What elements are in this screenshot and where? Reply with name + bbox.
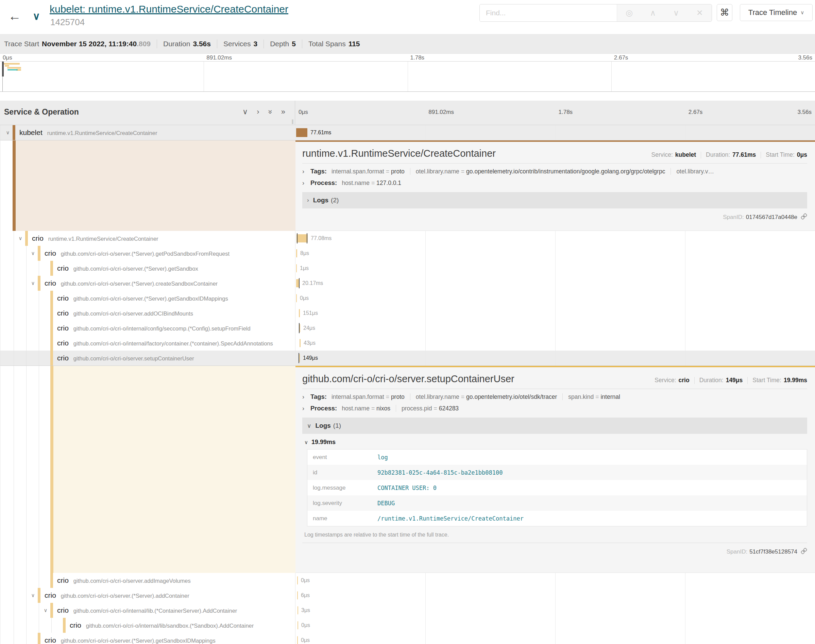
prev-match-icon[interactable]: ∧	[650, 9, 656, 17]
find-input[interactable]	[480, 5, 617, 21]
tag-item[interactable]: internal.span.format=proto	[331, 168, 404, 175]
span-row-timeline-cell[interactable]: 77.61ms	[296, 125, 815, 140]
span-row[interactable]: ∨criogithub.com/cri-o/cri-o/server.(*Ser…	[0, 276, 815, 291]
span-duration-bar	[297, 591, 298, 600]
keyboard-shortcuts-button[interactable]: ⌘	[717, 4, 732, 21]
row-collapse-chevron-icon[interactable]: ∨	[29, 276, 37, 291]
span-row[interactable]: criogithub.com/cri-o/cri-o/server.setupC…	[0, 351, 815, 365]
deep-link-icon[interactable]	[801, 548, 807, 556]
process-accordion[interactable]: ›Process:host.name=nixosprocess.pid=6242…	[302, 405, 807, 412]
log-marker-tick	[299, 353, 299, 363]
span-row[interactable]: ∨kubeletruntime.v1.RuntimeService/Create…	[0, 125, 815, 140]
span-row-timeline-cell[interactable]: 24μs	[296, 320, 815, 336]
span-row-timeline-cell[interactable]: 43μs	[296, 336, 815, 351]
tag-item[interactable]: host.name=nixos	[342, 405, 390, 412]
log-entry-header[interactable]: ∨19.99ms	[304, 439, 807, 446]
back-arrow-icon[interactable]: ←	[8, 9, 21, 23]
span-row-timeline-cell[interactable]: 20.17ms	[296, 276, 815, 291]
deep-link-icon[interactable]	[801, 213, 807, 221]
span-row-timeline-cell[interactable]: 1μs	[296, 261, 815, 276]
span-row[interactable]: criogithub.com/cri-o/cri-o/internal/fact…	[0, 336, 815, 351]
tag-separator	[410, 168, 411, 175]
row-collapse-chevron-icon[interactable]: ∨	[42, 603, 49, 618]
chevron-right-icon: ›	[307, 197, 309, 204]
minimap-tick-label: 2.67s	[614, 54, 628, 61]
span-row[interactable]: criogithub.com/cri-o/cri-o/server.(*Serv…	[0, 261, 815, 276]
tree-guide-line	[14, 603, 14, 618]
tag-item[interactable]: otel.library.v…	[676, 168, 714, 175]
summary-value: 19.99ms	[784, 377, 807, 384]
expand-one-icon[interactable]: ›	[257, 107, 259, 117]
span-row-timeline-cell[interactable]: 3μs	[296, 603, 815, 618]
span-row[interactable]: criogithub.com/cri-o/cri-o/internal/conf…	[0, 320, 815, 336]
clear-search-icon[interactable]: ✕	[696, 9, 703, 17]
span-row[interactable]: criogithub.com/cri-o/cri-o/server.(*Serv…	[0, 633, 815, 644]
span-row-label: criogithub.com/cri-o/cri-o/server.(*Serv…	[44, 276, 218, 291]
tree-guide-line	[51, 618, 52, 633]
span-row-timeline-cell[interactable]: 8μs	[296, 246, 815, 261]
span-row[interactable]: criogithub.com/cri-o/cri-o/server.(*Serv…	[0, 291, 815, 306]
span-row-timeline-cell[interactable]: 77.08ms	[296, 231, 815, 246]
span-detail-header: github.com/cri-o/cri-o/server.setupConta…	[302, 373, 807, 385]
span-row-timeline-cell[interactable]: 149μs	[296, 351, 815, 365]
span-row[interactable]: ∨crioruntime.v1.RuntimeService/CreateCon…	[0, 231, 815, 246]
row-collapse-chevron-icon[interactable]: ∨	[5, 125, 11, 140]
tag-item[interactable]: internal.span.format=proto	[331, 393, 404, 400]
log-field-value: 92b82381-025c-4a64-815c-ba2e1bb08100	[377, 469, 502, 476]
span-row[interactable]: criogithub.com/cri-o/cri-o/server.addOCI…	[0, 306, 815, 320]
locate-match-icon[interactable]: ◎	[626, 9, 633, 17]
trace-collapse-chevron-icon[interactable]: ∨	[33, 10, 40, 22]
tag-item[interactable]: otel.library.name=go.opentelemetry.io/co…	[416, 168, 665, 175]
row-collapse-chevron-icon[interactable]: ∨	[29, 246, 37, 261]
tree-controls: ∨›»»	[242, 107, 285, 117]
span-duration-bar	[299, 354, 300, 362]
span-row-timeline-cell[interactable]: 0μs	[296, 633, 815, 644]
span-id-value: 51cf7f38e5128574	[749, 549, 797, 555]
span-duration-label: 20.17ms	[302, 276, 323, 291]
span-color-bar	[50, 306, 53, 320]
span-detail-title: github.com/cri-o/cri-o/server.setupConta…	[302, 373, 515, 385]
collapse-one-icon[interactable]: ∨	[242, 107, 248, 117]
tag-item[interactable]: otel.library.name=go.opentelemetry.io/ot…	[416, 393, 557, 400]
logs-label: Logs	[315, 422, 331, 429]
ruler-tick-label: 1.78s	[559, 109, 573, 116]
trace-title-link[interactable]: kubelet: runtime.v1.RuntimeService/Creat…	[50, 3, 288, 15]
logs-accordion[interactable]: ∨Logs(1)	[302, 417, 807, 434]
collapse-all-icon[interactable]: »	[268, 107, 272, 117]
column-resize-grip[interactable]: ∥	[291, 119, 294, 124]
span-duration-bar	[297, 621, 298, 629]
span-row[interactable]: ∨criogithub.com/cri-o/cri-o/server.(*Ser…	[0, 246, 815, 261]
span-duration-label: 149μs	[303, 351, 318, 365]
row-collapse-chevron-icon[interactable]: ∨	[29, 588, 37, 603]
tag-equals: =	[461, 168, 464, 175]
tag-item[interactable]: process.pid=624283	[401, 405, 459, 412]
expand-all-icon[interactable]: »	[281, 107, 285, 117]
tags-accordion[interactable]: ›Tags:internal.span.format=protootel.lib…	[302, 393, 807, 400]
span-row[interactable]: criogithub.com/cri-o/cri-o/internal/lib/…	[0, 618, 815, 633]
summary-separator	[694, 377, 695, 384]
trace-view-select[interactable]: Trace Timeline ∨	[740, 4, 813, 21]
span-row-timeline-cell[interactable]: 0μs	[296, 573, 815, 588]
span-row-timeline-cell[interactable]: 151μs	[296, 306, 815, 320]
logs-accordion[interactable]: ›Logs(2)	[302, 192, 807, 209]
span-duration-label: 8μs	[300, 246, 309, 261]
span-row-name-cell: criogithub.com/cri-o/cri-o/internal/conf…	[0, 320, 296, 336]
tags-accordion[interactable]: ›Tags:internal.span.format=protootel.lib…	[302, 168, 807, 175]
span-row-label: kubeletruntime.v1.RuntimeService/CreateC…	[19, 125, 157, 140]
span-row[interactable]: ∨criogithub.com/cri-o/cri-o/server.(*Ser…	[0, 588, 815, 603]
span-row-timeline-cell[interactable]: 0μs	[296, 618, 815, 633]
span-detail-left-column	[0, 366, 296, 573]
next-match-icon[interactable]: ∨	[673, 9, 679, 17]
span-row-timeline-cell[interactable]: 6μs	[296, 588, 815, 603]
span-row[interactable]: criogithub.com/cri-o/cri-o/server.addIma…	[0, 573, 815, 588]
process-accordion[interactable]: ›Process:host.name=127.0.0.1	[302, 179, 807, 187]
span-row-timeline-cell[interactable]: 0μs	[296, 291, 815, 306]
span-detail-row: github.com/cri-o/cri-o/server.setupConta…	[0, 365, 815, 573]
tag-item[interactable]: span.kind=internal	[568, 393, 620, 400]
span-service-name: crio	[32, 234, 43, 242]
tag-item[interactable]: host.name=127.0.0.1	[342, 179, 401, 187]
span-detail-color-bar	[50, 366, 54, 573]
span-row[interactable]: ∨criogithub.com/cri-o/cri-o/internal/lib…	[0, 603, 815, 618]
minimap-canvas[interactable]	[0, 61, 815, 92]
row-collapse-chevron-icon[interactable]: ∨	[17, 231, 24, 246]
